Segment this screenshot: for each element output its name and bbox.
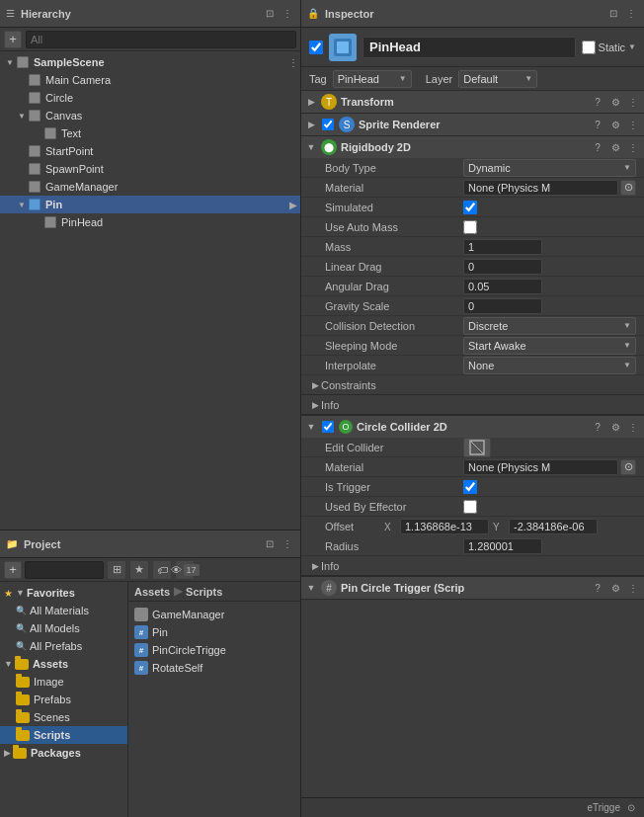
info-rb-row[interactable]: ▶ Info	[301, 395, 644, 415]
circle-collider-checkbox[interactable]	[322, 421, 334, 433]
tree-item-canvas[interactable]: ▼ Canvas	[0, 107, 300, 124]
project-add-button[interactable]: +	[4, 561, 22, 579]
tree-item-samplescene[interactable]: ▼ SampleScene ⋮	[0, 53, 300, 71]
sprite-renderer-menu-icon[interactable]: ⋮	[626, 118, 640, 131]
circle-collider-menu-icon[interactable]: ⋮	[626, 420, 640, 434]
breadcrumb-assets[interactable]: Assets	[134, 586, 170, 598]
pin-circle-trigger-header[interactable]: ▼ # Pin Circle Trigger (Scrip ? ⚙ ⋮	[301, 577, 644, 599]
radius-row: Radius	[301, 536, 644, 556]
offset-y-input[interactable]	[509, 519, 598, 534]
proj-all-materials[interactable]: 🔍 All Materials	[0, 602, 127, 619]
collision-detection-dropdown[interactable]: Discrete ▼	[463, 317, 636, 335]
offset-x-input[interactable]	[400, 519, 489, 534]
sprite-renderer-help-icon[interactable]: ?	[591, 118, 604, 131]
pin-expand-icon[interactable]: ▶	[286, 198, 300, 211]
body-type-dropdown[interactable]: Dynamic ▼	[463, 159, 636, 177]
project-search-input[interactable]	[25, 561, 104, 579]
file-pincircletrigger[interactable]: # PinCircleTrigge	[132, 641, 296, 659]
hierarchy-add-button[interactable]: +	[4, 31, 22, 48]
use-auto-mass-checkbox[interactable]	[463, 220, 477, 234]
tree-item-gamemanager[interactable]: GameManager	[0, 178, 300, 196]
breadcrumb-scripts[interactable]: Scripts	[186, 586, 222, 598]
rb-material-picker[interactable]: ⊙	[620, 180, 636, 196]
file-gamemanager[interactable]: GameManager	[132, 606, 296, 623]
file-pin[interactable]: # Pin	[132, 623, 296, 641]
rigidbody2d-menu-icon[interactable]: ⋮	[626, 140, 640, 154]
hierarchy-lock-icon[interactable]: ⊡	[263, 7, 277, 21]
is-trigger-checkbox[interactable]	[463, 480, 477, 494]
gravity-scale-input[interactable]	[463, 298, 542, 314]
transform-header[interactable]: ▶ T Transform ? ⚙ ⋮	[301, 91, 644, 113]
tag-dropdown[interactable]: PinHead ▼	[333, 70, 412, 88]
sprite-renderer-checkbox[interactable]	[322, 119, 334, 130]
sprite-renderer-settings-icon[interactable]: ⚙	[608, 118, 622, 131]
info-cc-row[interactable]: ▶ Info	[301, 556, 644, 576]
project-icon: 📁	[6, 538, 18, 549]
pin-circle-trigger-help-icon[interactable]: ?	[591, 581, 604, 595]
inspector-menu-btn[interactable]: ⋮	[624, 7, 638, 21]
circle-collider-header[interactable]: ▼ O Circle Collider 2D ? ⚙ ⋮	[301, 416, 644, 438]
layer-dropdown[interactable]: Default ▼	[458, 70, 537, 88]
proj-favorites[interactable]: ★ ▼ Favorites	[0, 584, 127, 602]
sleeping-mode-dropdown[interactable]: Start Awake ▼	[463, 337, 636, 355]
simulated-checkbox[interactable]	[463, 201, 477, 214]
pin-circle-trigger-section: ▼ # Pin Circle Trigger (Scrip ? ⚙ ⋮	[301, 577, 644, 600]
static-dropdown-arrow[interactable]: ▼	[628, 42, 636, 51]
hierarchy-search-input[interactable]	[26, 31, 296, 48]
static-checkbox[interactable]	[582, 41, 596, 54]
proj-assets[interactable]: ▼ Assets	[0, 655, 127, 673]
rigidbody2d-header[interactable]: ▼ ⬤ Rigidbody 2D ? ⚙ ⋮	[301, 136, 644, 158]
edit-collider-button[interactable]	[463, 438, 491, 457]
proj-image[interactable]: Image	[0, 673, 127, 691]
pin-circle-trigger-menu-icon[interactable]: ⋮	[626, 581, 640, 595]
circle-collider-settings-icon[interactable]: ⚙	[608, 420, 622, 434]
project-star-filter[interactable]: ★	[129, 560, 149, 580]
proj-scripts[interactable]: Scripts	[0, 726, 127, 744]
main-camera-icon	[28, 73, 41, 87]
proj-packages[interactable]: ▶ Packages	[0, 744, 127, 762]
bottom-bar-icon[interactable]: ⊙	[624, 801, 638, 815]
object-name-input[interactable]	[362, 37, 576, 58]
angular-drag-input[interactable]	[463, 279, 542, 294]
project-filter-icon[interactable]: ⊞	[107, 560, 126, 580]
tree-item-pin[interactable]: ▼ Pin ▶	[0, 196, 300, 213]
rigidbody2d-settings-icon[interactable]: ⚙	[608, 140, 622, 154]
file-rotateself[interactable]: # RotateSelf	[132, 659, 296, 677]
mass-input[interactable]	[463, 239, 542, 255]
interpolate-dropdown[interactable]: None ▼	[463, 357, 636, 374]
rigidbody2d-help-icon[interactable]: ?	[591, 140, 604, 154]
tree-item-text[interactable]: Text	[0, 124, 300, 142]
tree-item-circle[interactable]: Circle	[0, 89, 300, 107]
pin-circle-trigger-settings-icon[interactable]: ⚙	[608, 581, 622, 595]
hierarchy-menu-icon[interactable]: ⋮	[281, 7, 294, 21]
inspector-lock-btn[interactable]: ⊡	[606, 7, 620, 21]
project-lock-icon[interactable]: ⊡	[263, 537, 277, 551]
sprite-renderer-enabled[interactable]	[321, 118, 335, 131]
project-label-filter[interactable]: 🏷	[152, 560, 172, 580]
project-menu-icon[interactable]: ⋮	[281, 537, 294, 551]
transform-help-icon[interactable]: ?	[591, 95, 604, 109]
proj-all-models[interactable]: 🔍 All Models	[0, 619, 127, 637]
tree-item-main-camera[interactable]: Main Camera	[0, 71, 300, 89]
project-eye-icon[interactable]: 👁 17	[175, 560, 195, 580]
scenes-label: Scenes	[34, 711, 70, 723]
constraints-row[interactable]: ▶ Constraints	[301, 375, 644, 395]
tree-item-startpoint[interactable]: StartPoint	[0, 142, 300, 160]
sprite-renderer-header[interactable]: ▶ S Sprite Renderer ? ⚙ ⋮	[301, 114, 644, 135]
transform-settings-icon[interactable]: ⚙	[608, 95, 622, 109]
circle-collider-help-icon[interactable]: ?	[591, 420, 604, 434]
radius-input[interactable]	[463, 538, 542, 554]
proj-all-prefabs[interactable]: 🔍 All Prefabs	[0, 637, 127, 655]
samplescene-menu[interactable]: ⋮	[286, 55, 300, 69]
object-enabled-checkbox[interactable]	[309, 41, 323, 54]
rb-material-input[interactable]	[463, 180, 618, 196]
linear-drag-input[interactable]	[463, 259, 542, 275]
used-by-effector-checkbox[interactable]	[463, 500, 477, 514]
proj-prefabs[interactable]: Prefabs	[0, 691, 127, 708]
tree-item-pinhead[interactable]: PinHead	[0, 213, 300, 231]
tree-item-spawnpoint[interactable]: SpawnPoint	[0, 160, 300, 178]
proj-scenes[interactable]: Scenes	[0, 708, 127, 726]
cc-material-input[interactable]	[463, 459, 618, 475]
cc-material-picker[interactable]: ⊙	[620, 459, 636, 475]
transform-menu-icon[interactable]: ⋮	[626, 95, 640, 109]
